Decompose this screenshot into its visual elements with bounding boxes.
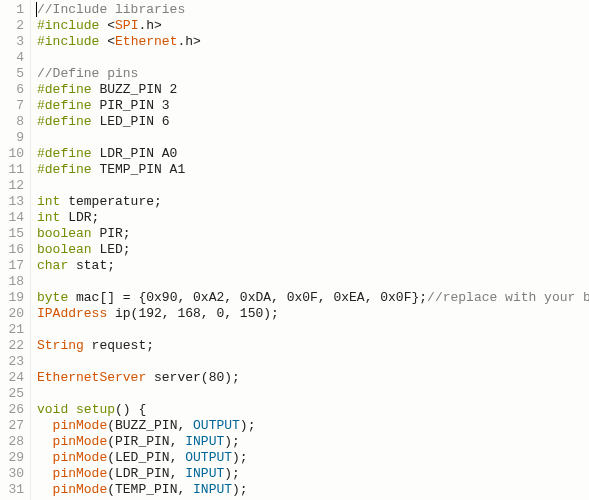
code-token: .h>: [138, 18, 161, 33]
code-token: INPUT: [193, 482, 232, 497]
code-line[interactable]: #define LED_PIN 6: [37, 114, 589, 130]
line-number: 25: [4, 386, 24, 402]
code-token: temperature;: [60, 194, 161, 209]
code-token: LED;: [92, 242, 131, 257]
code-line[interactable]: [37, 274, 589, 290]
line-number: 29: [4, 450, 24, 466]
code-line[interactable]: #define PIR_PIN 3: [37, 98, 589, 114]
line-number-gutter: 1234567891011121314151617181920212223242…: [0, 0, 31, 500]
code-token: (PIR_PIN,: [107, 434, 185, 449]
code-line[interactable]: int temperature;: [37, 194, 589, 210]
line-number: 26: [4, 402, 24, 418]
line-number: 30: [4, 466, 24, 482]
code-line[interactable]: [37, 354, 589, 370]
code-line[interactable]: [37, 130, 589, 146]
line-number: 20: [4, 306, 24, 322]
code-token: #define: [37, 146, 92, 161]
code-line[interactable]: pinMode(LDR_PIN, INPUT);: [37, 466, 589, 482]
code-token: byte: [37, 290, 68, 305]
code-token: );: [232, 450, 248, 465]
code-line[interactable]: pinMode(PIR_PIN, INPUT);: [37, 434, 589, 450]
code-token: String: [37, 338, 84, 353]
code-token: #define: [37, 82, 92, 97]
code-line[interactable]: pinMode(BUZZ_PIN, OUTPUT);: [37, 418, 589, 434]
code-line[interactable]: EthernetServer server(80);: [37, 370, 589, 386]
code-token: LDR_PIN A0: [92, 146, 178, 161]
code-token: pinMode: [53, 434, 108, 449]
code-line[interactable]: String request;: [37, 338, 589, 354]
code-line[interactable]: #define LDR_PIN A0: [37, 146, 589, 162]
code-line[interactable]: byte mac[] = {0x90, 0xA2, 0xDA, 0x0F, 0x…: [37, 290, 589, 306]
code-line[interactable]: [37, 50, 589, 66]
code-token: pinMode: [53, 450, 108, 465]
code-token: INPUT: [185, 434, 224, 449]
code-token: [37, 418, 53, 433]
line-number: 10: [4, 146, 24, 162]
code-token: #define: [37, 114, 92, 129]
code-line[interactable]: boolean LED;: [37, 242, 589, 258]
code-token: Ethernet: [115, 34, 177, 49]
code-line[interactable]: //Define pins: [37, 66, 589, 82]
code-token: #include: [37, 18, 107, 33]
code-token: //Include libraries: [37, 2, 185, 17]
code-token: LED_PIN 6: [92, 114, 170, 129]
line-number: 8: [4, 114, 24, 130]
code-line[interactable]: [37, 178, 589, 194]
code-line[interactable]: [37, 322, 589, 338]
code-token: SPI: [115, 18, 138, 33]
code-token: BUZZ_PIN 2: [92, 82, 178, 97]
line-number: 14: [4, 210, 24, 226]
line-number: 28: [4, 434, 24, 450]
code-token: PIR_PIN 3: [92, 98, 170, 113]
line-number: 31: [4, 482, 24, 498]
code-line[interactable]: #include <SPI.h>: [37, 18, 589, 34]
line-number: 21: [4, 322, 24, 338]
code-line[interactable]: pinMode(TEMP_PIN, INPUT);: [37, 482, 589, 498]
line-number: 3: [4, 34, 24, 50]
code-token: [37, 466, 53, 481]
code-line[interactable]: void setup() {: [37, 402, 589, 418]
code-token: .h>: [177, 34, 200, 49]
code-token: void: [37, 402, 68, 417]
code-line[interactable]: boolean PIR;: [37, 226, 589, 242]
line-number: 11: [4, 162, 24, 178]
line-number: 12: [4, 178, 24, 194]
code-line[interactable]: int LDR;: [37, 210, 589, 226]
code-token: (BUZZ_PIN,: [107, 418, 193, 433]
code-line[interactable]: #include <Ethernet.h>: [37, 34, 589, 50]
code-area[interactable]: //Include libraries#include <SPI.h>#incl…: [31, 0, 589, 500]
code-token: pinMode: [53, 418, 108, 433]
code-token: <: [107, 18, 115, 33]
line-number: 7: [4, 98, 24, 114]
code-line[interactable]: IPAddress ip(192, 168, 0, 150);: [37, 306, 589, 322]
code-editor: 1234567891011121314151617181920212223242…: [0, 0, 589, 500]
code-line[interactable]: char stat;: [37, 258, 589, 274]
code-token: IPAddress: [37, 306, 107, 321]
line-number: 5: [4, 66, 24, 82]
code-token: #define: [37, 98, 92, 113]
code-token: [68, 402, 76, 417]
code-token: ip(192, 168, 0, 150);: [107, 306, 279, 321]
line-number: 22: [4, 338, 24, 354]
code-line[interactable]: [37, 386, 589, 402]
code-token: int: [37, 194, 60, 209]
code-token: char: [37, 258, 68, 273]
code-token: #include: [37, 34, 107, 49]
code-token: [37, 450, 53, 465]
code-token: #define: [37, 162, 92, 177]
code-line[interactable]: #define BUZZ_PIN 2: [37, 82, 589, 98]
code-token: //replace with your board's: [427, 290, 589, 305]
code-token: TEMP_PIN A1: [92, 162, 186, 177]
code-line[interactable]: //Include libraries: [37, 2, 589, 18]
code-line[interactable]: #define TEMP_PIN A1: [37, 162, 589, 178]
code-token: setup: [76, 402, 115, 417]
code-token: () {: [115, 402, 146, 417]
line-number: 16: [4, 242, 24, 258]
code-token: OUTPUT: [193, 418, 240, 433]
line-number: 6: [4, 82, 24, 98]
code-token: [37, 434, 53, 449]
code-token: //Define pins: [37, 66, 138, 81]
line-number: 19: [4, 290, 24, 306]
code-line[interactable]: pinMode(LED_PIN, OUTPUT);: [37, 450, 589, 466]
code-token: pinMode: [53, 482, 108, 497]
